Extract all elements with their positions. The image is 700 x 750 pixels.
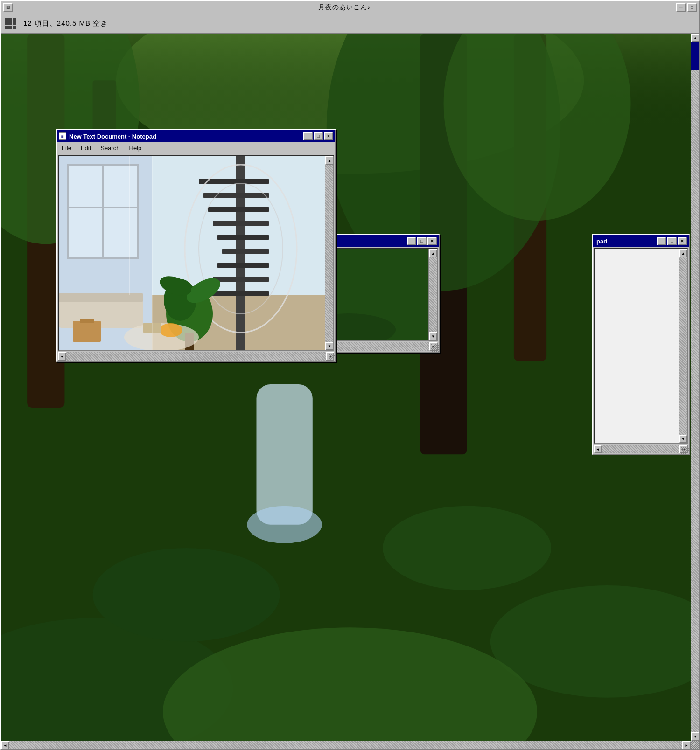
interior-svg (59, 156, 325, 350)
minimize-button[interactable]: ─ (676, 3, 686, 12)
front-scrollbar-bottom: ◄ ► (58, 352, 334, 361)
notepad-partial-controls: _ □ ✕ (657, 237, 687, 245)
main-scroll-track (691, 70, 699, 732)
svg-rect-31 (203, 193, 269, 198)
svg-rect-36 (217, 263, 269, 268)
front-resize-corner (328, 354, 335, 361)
partial-scroll-track (679, 257, 687, 435)
interior-image (59, 156, 325, 350)
svg-rect-34 (217, 235, 269, 240)
back-scroll-up[interactable]: ▲ (429, 249, 437, 257)
notepad-partial-window[interactable]: pad _ □ ✕ ▲ ▼ ◄ ► (592, 234, 690, 455)
notepad-partial-minimize[interactable]: _ (657, 237, 666, 245)
title-controls: ─ □ (676, 3, 697, 12)
main-scrollbar-bottom: ◄ ► (1, 741, 691, 749)
outer-window: ⊞ 月夜のあいこん♪ ─ □ 12 項目、240.5 MB 空き (0, 0, 700, 750)
svg-rect-33 (213, 221, 269, 226)
notepad-back-minimize[interactable]: _ (407, 237, 416, 245)
main-scroll-track-h (9, 741, 682, 749)
front-scroll-up[interactable]: ▲ (325, 156, 334, 165)
partial-scrollbar-right: ▲ ▼ (679, 249, 687, 443)
notepad-minimize-btn[interactable]: _ (303, 132, 313, 140)
notepad-window-front[interactable]: ≡ New Text Document - Notepad _ □ ✕ File… (56, 129, 336, 362)
notepad-front-content: ▲ ▼ (58, 155, 334, 351)
item-count: 12 項目、240.5 MB 空き (23, 19, 108, 28)
svg-rect-35 (222, 249, 269, 254)
toolbar: 12 項目、240.5 MB 空き (1, 14, 699, 34)
partial-scroll-up[interactable]: ▲ (679, 249, 687, 257)
grid-icon (5, 18, 16, 29)
main-scroll-right[interactable]: ► (682, 741, 691, 749)
partial-scroll-down[interactable]: ▼ (679, 435, 687, 443)
notepad-back-close[interactable]: ✕ (427, 237, 437, 245)
notepad-partial-maximize[interactable]: □ (667, 237, 677, 245)
corner-resize (691, 741, 699, 749)
main-scroll-down[interactable]: ▼ (691, 732, 699, 741)
window-icon[interactable]: ⊞ (3, 3, 13, 12)
front-scroll-down[interactable]: ▼ (325, 342, 334, 350)
menu-file[interactable]: File (57, 143, 76, 153)
menu-edit[interactable]: Edit (76, 143, 96, 153)
notepad-back-maximize[interactable]: □ (417, 237, 427, 245)
notepad-partial-content: ▲ ▼ (594, 248, 688, 444)
back-scrollbar-right: ▲ ▼ (428, 249, 437, 340)
main-scroll-thumb[interactable] (691, 42, 699, 70)
svg-point-51 (159, 323, 182, 337)
title-bar-left: ⊞ (3, 3, 13, 12)
front-scrollbar-right: ▲ ▼ (325, 156, 333, 350)
notepad-close-btn[interactable]: ✕ (324, 132, 333, 140)
notepad-front-titlebar: ≡ New Text Document - Notepad _ □ ✕ (57, 130, 335, 142)
svg-rect-27 (102, 165, 104, 258)
main-scroll-left[interactable]: ◄ (1, 741, 9, 749)
svg-point-16 (383, 506, 551, 590)
notepad-partial-close[interactable]: ✕ (678, 237, 687, 245)
desktop-area: pad _ □ ✕ (1, 34, 699, 749)
menu-search[interactable]: Search (96, 143, 124, 153)
svg-rect-48 (73, 321, 101, 342)
svg-rect-49 (80, 319, 94, 323)
menu-help[interactable]: Help (125, 143, 147, 153)
svg-rect-54 (152, 156, 153, 350)
front-scroll-track (325, 165, 333, 342)
svg-rect-53 (129, 156, 130, 295)
main-scrollbar-right: ▲ ▼ (691, 34, 699, 741)
svg-point-14 (247, 506, 322, 543)
window-title: 月夜のあいこん♪ (13, 3, 676, 12)
notepad-front-title: New Text Document - Notepad (69, 133, 303, 140)
svg-rect-32 (208, 207, 269, 212)
back-scroll-down[interactable]: ▼ (429, 332, 437, 340)
title-bar: ⊞ 月夜のあいこん♪ ─ □ (1, 1, 699, 14)
notepad-back-controls: _ □ ✕ (407, 237, 437, 245)
notepad-doc-icon: ≡ (59, 132, 66, 140)
partial-scroll-left[interactable]: ◄ (594, 445, 602, 453)
main-scroll-up[interactable]: ▲ (691, 34, 699, 42)
restore-button[interactable]: □ (687, 3, 697, 12)
front-scroll-track-h (66, 352, 326, 361)
back-scroll-track (429, 257, 437, 332)
svg-rect-37 (213, 277, 269, 282)
front-scroll-left[interactable]: ◄ (58, 352, 66, 361)
partial-resize-corner (681, 447, 689, 454)
partial-scrollbar-bottom: ◄ ► (594, 445, 688, 453)
notepad-partial-titlebar: pad _ □ ✕ (593, 235, 689, 247)
back-resize-corner (431, 344, 439, 352)
partial-scroll-track-h (602, 445, 679, 453)
svg-rect-38 (208, 291, 269, 296)
svg-rect-13 (256, 384, 312, 525)
svg-point-15 (93, 548, 280, 642)
svg-rect-28 (68, 207, 138, 208)
notepad-partial-title: pad (595, 238, 657, 245)
notepad-front-controls: _ □ ✕ (303, 132, 333, 140)
notepad-menubar: File Edit Search Help (57, 142, 335, 154)
notepad-maximize-btn[interactable]: □ (314, 132, 323, 140)
